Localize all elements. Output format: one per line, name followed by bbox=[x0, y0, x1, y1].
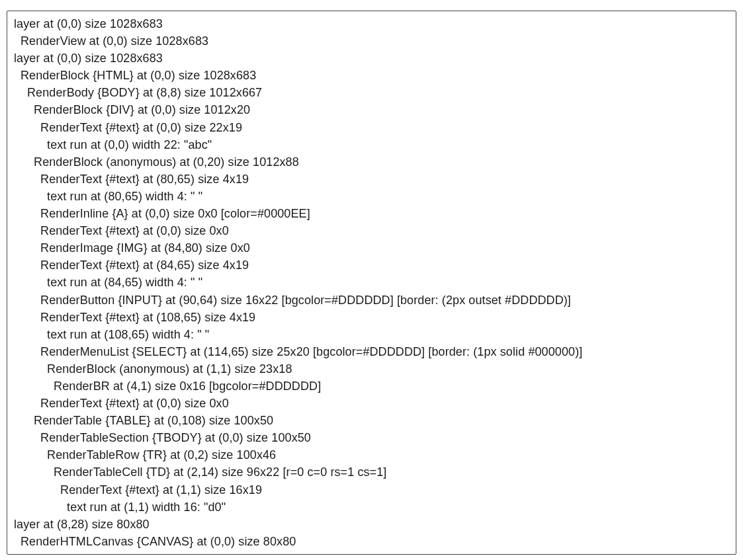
render-tree-line: RenderHTMLCanvas {CANVAS} at (0,0) size … bbox=[14, 533, 729, 550]
render-tree-line: RenderMenuList {SELECT} at (114,65) size… bbox=[14, 343, 729, 360]
render-tree-line: RenderBlock (anonymous) at (0,20) size 1… bbox=[14, 153, 729, 171]
render-tree-line: RenderBR at (4,1) size 0x16 [bgcolor=#DD… bbox=[14, 378, 729, 395]
render-tree-line: RenderText {#text} at (84,65) size 4x19 bbox=[14, 257, 729, 274]
render-tree-line: RenderText {#text} at (1,1) size 16x19 bbox=[14, 481, 729, 499]
render-tree-line: RenderTableCell {TD} at (2,14) size 96x2… bbox=[14, 463, 729, 481]
render-tree-line: layer at (8,28) size 80x80 bbox=[14, 516, 729, 533]
render-tree-line: RenderBlock (anonymous) at (1,1) size 23… bbox=[14, 360, 729, 378]
render-tree-line: RenderImage {IMG} at (84,80) size 0x0 bbox=[14, 239, 729, 257]
render-tree-dump: layer at (0,0) size 1028x683RenderView a… bbox=[7, 11, 736, 555]
render-tree-line: text run at (84,65) width 4: " " bbox=[14, 274, 729, 291]
render-tree-line: RenderBlock {DIV} at (0,0) size 1012x20 bbox=[14, 101, 729, 118]
render-tree-line: RenderView at (0,0) size 1028x683 bbox=[14, 32, 729, 50]
render-tree-line: text run at (80,65) width 4: " " bbox=[14, 188, 729, 205]
render-tree-line: RenderText {#text} at (0,0) size 22x19 bbox=[14, 119, 729, 136]
render-tree-line: layer at (0,0) size 1028x683 bbox=[14, 50, 729, 67]
render-tree-line: RenderBody {BODY} at (8,8) size 1012x667 bbox=[14, 84, 729, 101]
render-tree-line: text run at (108,65) width 4: " " bbox=[14, 326, 729, 343]
render-tree-line: RenderTableSection {TBODY} at (0,0) size… bbox=[14, 429, 729, 446]
render-tree-line: RenderTable {TABLE} at (0,108) size 100x… bbox=[14, 412, 729, 429]
render-tree-line: RenderInline {A} at (0,0) size 0x0 [colo… bbox=[14, 205, 729, 222]
render-tree-line: RenderText {#text} at (108,65) size 4x19 bbox=[14, 309, 729, 326]
render-tree-line: RenderText {#text} at (0,0) size 0x0 bbox=[14, 222, 729, 239]
render-tree-line: RenderText {#text} at (0,0) size 0x0 bbox=[14, 395, 729, 412]
render-tree-line: text run at (0,0) width 22: "abc" bbox=[14, 136, 729, 153]
render-tree-line: RenderButton {INPUT} at (90,64) size 16x… bbox=[14, 292, 729, 309]
render-tree-line: RenderBlock {HTML} at (0,0) size 1028x68… bbox=[14, 67, 729, 84]
render-tree-line: RenderTableRow {TR} at (0,2) size 100x46 bbox=[14, 446, 729, 463]
render-tree-line: text run at (1,1) width 16: "d0" bbox=[14, 499, 729, 516]
render-tree-line: RenderText {#text} at (80,65) size 4x19 bbox=[14, 171, 729, 188]
render-tree-line: layer at (0,0) size 1028x683 bbox=[14, 15, 729, 32]
